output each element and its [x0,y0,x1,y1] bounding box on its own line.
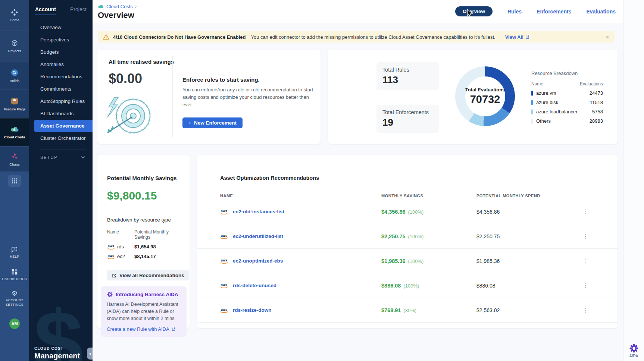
setup-label: SETUP [40,155,58,160]
rail-lower-section: ? HELP DASHBOARDS ⚙ ACCOUNT SETTINGS AM [0,172,29,361]
new-enforcement-label: New Enforcement [194,120,237,126]
tab-rules[interactable]: Rules [507,9,522,15]
legend-chip [531,119,533,124]
savings-percent: (30%) [403,308,416,313]
sidebar-item-overview[interactable]: Overview [29,21,93,34]
recommendation-link[interactable]: rds-delete-unused [233,283,276,288]
aws-icon: aws [220,234,228,239]
rail-item-cloud-costs[interactable]: $ Cloud Costs [0,118,29,146]
new-enforcement-button[interactable]: + New Enforcement [182,117,243,128]
rail-item-home[interactable]: Home [0,0,29,31]
recommendation-row[interactable]: awsrds-resize-down $768.91(30%) $2,563.0… [197,298,618,323]
recommendation-link[interactable]: ec2-old-instances-list [233,209,284,214]
gear-icon: ⚙ [12,290,18,297]
sidebar-item-commitments[interactable]: Commitments [29,83,93,95]
view-all-recommendations-button[interactable]: View all Recommendations [107,270,189,280]
kebab-menu-icon[interactable]: ⋮ [581,257,591,264]
aida-body: Harness AI Development Assistant (AIDA) … [107,301,181,322]
tab-enforcements[interactable]: Enforcements [537,9,571,15]
cloud-icon [98,4,104,9]
rail-item-label: ACCOUNT SETTINGS [3,298,26,307]
banner-view-all-link[interactable]: View All [505,34,529,40]
rail-item-account-settings[interactable]: ⚙ ACCOUNT SETTINGS [3,290,26,307]
aws-icon: aws [220,209,228,214]
breadcrumb: Cloud Costs › [98,3,137,9]
module-nav-rail: Home Projects Builds Feature Flags $ Clo… [0,0,29,361]
donut-value: 70732 [470,93,500,106]
rail-item-projects[interactable]: Projects [0,31,29,61]
kebab-menu-icon[interactable]: ⋮ [581,233,591,240]
legend-name: Others [536,118,551,124]
recommendation-row[interactable]: awsec2-old-instances-list $4,356.86(100%… [197,200,618,224]
rail-item-dashboards[interactable]: DASHBOARDS [2,268,27,282]
rail-item-feature-flags[interactable]: Feature Flags [0,90,29,118]
sidebar-item-bi-dashboards[interactable]: BI Dashboards [29,107,93,120]
dashboards-icon [11,268,18,276]
savings-percent: (100%) [408,209,424,215]
rail-item-label: Projects [8,49,21,53]
savings-percent: (100%) [403,283,419,289]
rail-item-builds[interactable]: Builds [0,61,29,90]
col-name: NAME [220,194,381,198]
cloud-costs-sidebar: Account Project Overview Perspectives Bu… [29,0,93,361]
banner-heading: 4/10 Cloud Connectors Do Not Have Govern… [113,34,246,40]
resource-name: ec2 [117,254,125,259]
recommendation-row[interactable]: awsec2-unoptimized-ebs $1,985.36(100%) $… [197,249,618,273]
aws-icon: aws [220,308,228,313]
sidebar-tab-account[interactable]: Account [35,6,56,15]
grid-icon [12,178,18,184]
recommendation-link[interactable]: rds-resize-down [233,307,272,313]
kebab-menu-icon[interactable]: ⋮ [581,282,591,289]
sidebar-collapse-handle[interactable]: ◀ [87,348,93,360]
rail-item-help[interactable]: ? HELP [10,247,19,259]
rail-item-chaos[interactable]: Chaos [0,146,29,172]
potential-savings-value: $9,800.15 [107,189,180,202]
breakdown-col-savings: Potential Monthly Savings [134,229,182,240]
sidebar-item-budgets[interactable]: Budgets [29,46,93,58]
sidebar-item-anomalies[interactable]: Anomalies [29,58,93,70]
recommendation-row[interactable]: awsec2-underutilized-list $2,250.75(100%… [197,224,618,249]
total-rules-value: 113 [382,74,433,86]
kebab-menu-icon[interactable]: ⋮ [581,307,591,314]
sidebar-item-cluster-orchestrator[interactable]: Cluster Orchestrator [29,132,93,144]
sidebar-item-perspectives[interactable]: Perspectives [29,34,93,46]
recommendation-link[interactable]: ec2-underutilized-list [233,233,283,239]
sidebar-item-asset-governance[interactable]: Asset Governance [34,120,93,132]
user-avatar[interactable]: AM [9,318,20,329]
potential-savings-title: Potential Monthly Savings [107,175,181,181]
sidebar-tab-project[interactable]: Project [70,6,87,15]
legend-chip [531,91,533,96]
monthly-savings-value: $2,250.75 [381,233,406,239]
legend-title: Resource Breakdown [531,70,603,76]
aida-assistant-button[interactable]: AIDA [629,343,639,358]
module-picker-button[interactable] [8,175,21,187]
sidebar-item-recommendations[interactable]: Recommendations [29,70,93,83]
cube-icon [10,39,19,47]
recommendations-card: Asset Optimization Recommendations NAME … [197,155,618,328]
right-edge-strip: AIDA [623,0,644,361]
sidebar-footer: CLOUD COST Management [29,346,93,361]
close-icon[interactable]: × [606,34,609,40]
create-rule-with-aida-link[interactable]: Create a new Rule with AIDA [107,326,181,332]
cloud-costs-icon: $ [10,125,19,134]
rail-item-label: Cloud Costs [4,135,25,139]
recommendation-row[interactable]: awsrds-delete-unused $886.08(100%) $886.… [197,273,618,298]
collapse-left-icon: ◀ [88,352,91,355]
aws-icon: aws [220,258,228,264]
governance-stats-card: Total Rules 113 Total Enforcements 19 To… [328,50,618,144]
tab-overview[interactable]: Overview [455,6,493,16]
monthly-savings-value: $1,985.36 [381,258,406,264]
legend-col-evaluations: Evaluations [580,81,603,87]
aida-flower-icon [629,343,639,353]
kebab-menu-icon[interactable]: ⋮ [581,208,591,215]
sidebar-item-autostopping-rules[interactable]: AutoStopping Rules [29,95,93,107]
aida-intro-panel: Introducing Harness AIDA Harness AI Deve… [101,286,187,337]
cta-description: You can enforce/run any rule or rule rec… [182,86,315,109]
recommendation-link[interactable]: ec2-unoptimized-ebs [233,258,283,264]
breadcrumb-link[interactable]: Cloud Costs [106,4,133,9]
legend-name: azure.vm [536,90,556,96]
target-illustration [103,93,153,137]
sidebar-setup-toggle[interactable]: SETUP [29,150,93,160]
tab-evaluations[interactable]: Evaluations [586,9,616,15]
legend-name: azure.loadbalancer [536,109,578,114]
